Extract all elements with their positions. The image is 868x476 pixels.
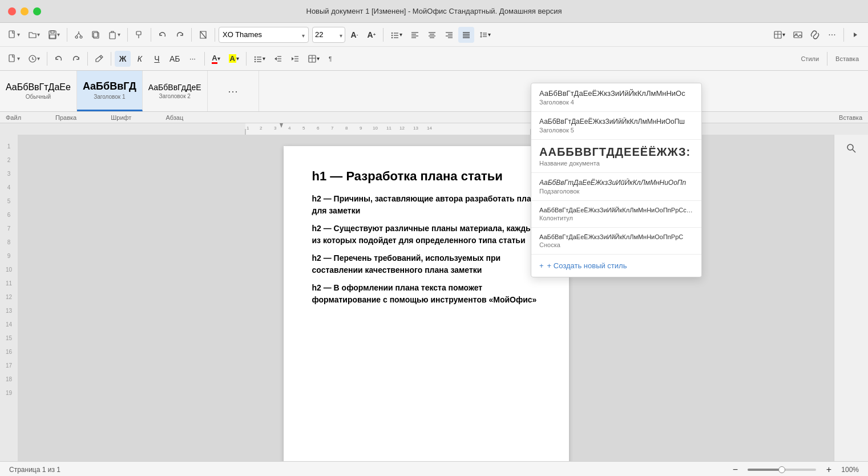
toolbar-row1: ▾ ▾ ▾ ▾ XO Thames 22 xyxy=(0,23,868,47)
statusbar: Страница 1 из 1 − + 100% xyxy=(0,461,868,476)
underline-button[interactable]: Ч xyxy=(149,51,165,67)
document-line-2[interactable]: h2 — Перечень требований, используемых п… xyxy=(312,252,540,276)
file-open-button[interactable]: ▾ xyxy=(25,27,43,43)
insert-table-button[interactable]: ▾ xyxy=(770,27,789,43)
svg-line-43 xyxy=(100,57,102,58)
document-line-3[interactable]: h2 — В оформлении плана текста поможет ф… xyxy=(312,282,540,306)
document-line-1[interactable]: h2 — Существуют различные планы материал… xyxy=(312,223,540,247)
insert-image-button[interactable] xyxy=(790,27,806,43)
insert-section-label: Вставка xyxy=(831,55,863,62)
file-save-button[interactable]: ▾ xyxy=(45,27,63,43)
cut-button[interactable] xyxy=(71,27,87,43)
label-insert-r: Вставка xyxy=(839,114,862,121)
zoom-increase-button[interactable]: + xyxy=(821,462,837,477)
line-spacing-button[interactable]: ▾ xyxy=(475,27,494,43)
style-more-button[interactable]: ⋯ xyxy=(208,71,259,111)
font-increase-button[interactable]: A+ xyxy=(364,27,380,43)
style-panel-docname-label: Название документа xyxy=(539,160,693,167)
font-color-button[interactable]: A ▾ xyxy=(208,51,224,67)
insert-more-button[interactable]: ··· xyxy=(824,27,840,43)
style-panel-subheading[interactable]: АаБбВвГтДаЕеЁЖкзЗиИйЙкКлЛмМнНиОоПп Подза… xyxy=(531,173,701,201)
italic-button[interactable]: К xyxy=(132,51,148,67)
zoom-value: 100% xyxy=(841,466,859,474)
separator3 xyxy=(151,28,151,42)
zoom-handle[interactable] xyxy=(778,466,785,473)
align-left-button[interactable] xyxy=(407,27,423,43)
sep-r2-right xyxy=(827,52,827,66)
align-right-button[interactable] xyxy=(441,27,457,43)
style-normal[interactable]: АаБбВвГтДаЕе Обычный xyxy=(0,71,77,111)
svg-rect-9 xyxy=(136,31,141,35)
svg-rect-0 xyxy=(9,31,14,38)
style-panel-heading5-label: Заголовок 5 xyxy=(539,127,693,134)
window-controls[interactable] xyxy=(8,7,41,15)
align-justify-button[interactable] xyxy=(458,27,474,43)
copy-button[interactable] xyxy=(88,27,104,43)
redo-button[interactable] xyxy=(172,27,188,43)
svg-text:¶: ¶ xyxy=(329,56,332,62)
style-panel-snoska-preview: АаБбВвГтДаЕеЁЖкзЗиИйЙкКлЛмМнНиОоПпРрС xyxy=(539,233,693,240)
clear2-button[interactable] xyxy=(91,51,107,67)
zoom-controls[interactable]: − + 100% xyxy=(727,462,859,477)
svg-text:1: 1 xyxy=(247,126,249,131)
svg-text:5: 5 xyxy=(302,126,305,131)
format-paint-button[interactable] xyxy=(131,27,147,43)
quick-access2[interactable]: ▾ xyxy=(25,51,43,67)
undo2-button[interactable] xyxy=(51,51,67,67)
document-h1[interactable]: h1 — Разработка плана статьи xyxy=(312,169,540,184)
font-name-selector[interactable]: XO Thames xyxy=(219,27,309,43)
undo-button[interactable] xyxy=(155,27,171,43)
bold-button[interactable]: Ж xyxy=(115,51,131,67)
clear-format-button[interactable] xyxy=(195,27,211,43)
paste-button[interactable]: ▾ xyxy=(105,27,124,43)
search-sidebar-button[interactable] xyxy=(843,140,860,156)
line-10: 10 xyxy=(6,263,12,276)
show-marks-button[interactable]: ¶ xyxy=(324,51,340,67)
svg-point-12 xyxy=(391,37,393,38)
document-area[interactable]: h1 — Разработка плана статьи h2 — Причин… xyxy=(18,135,834,461)
svg-text:9: 9 xyxy=(360,126,362,131)
zoom-decrease-button[interactable]: − xyxy=(727,462,743,477)
main-content-area: 1 2 3 4 5 6 7 8 9 10 11 12 13 14 15 16 1… xyxy=(0,135,868,461)
style-heading1[interactable]: АаБбВвГД Заголовок 1 xyxy=(77,71,143,111)
file-new-button[interactable]: ▾ xyxy=(5,27,23,43)
style-heading2[interactable]: АаБбВвГдДеЕ Заголовок 2 xyxy=(143,71,208,111)
style-panel-subheading-label: Подзаголовок xyxy=(539,188,693,195)
style-panel-kolontitul-label: Колонтитул xyxy=(539,215,693,221)
highlight-more-button[interactable]: ··· xyxy=(185,51,201,67)
bullet-list-button[interactable]: ▾ xyxy=(387,27,406,43)
document-line-0[interactable]: h2 — Причины, заставляющие автора разраб… xyxy=(312,193,540,217)
insert-panel-collapse[interactable] xyxy=(847,27,863,43)
indent-increase-button[interactable] xyxy=(287,51,303,67)
style-panel-kolontitul[interactable]: АаБбВвГтДаЕеЁЖкзЗиИйЙкКлЛмМнНиОоПпРрСсТт… xyxy=(531,201,701,228)
list2-button[interactable]: ▾ xyxy=(250,51,269,67)
table-insert2-button[interactable]: ▾ xyxy=(304,51,323,67)
document-page[interactable]: h1 — Разработка плана статьи h2 — Причин… xyxy=(284,146,569,461)
insert-link-button[interactable] xyxy=(807,27,823,43)
style-panel-snoska[interactable]: АаБбВвГтДаЕеЁЖкзЗиИйЙкКлЛмМнНиОоПпРрС Сн… xyxy=(531,228,701,255)
create-style-button[interactable]: + + Создать новый стиль xyxy=(531,255,701,277)
svg-point-45 xyxy=(255,58,256,59)
close-button[interactable] xyxy=(8,7,16,15)
redo2-button[interactable] xyxy=(68,51,84,67)
styles-list: АаБбВвГтДаЕе Обычный АаБбВвГД Заголовок … xyxy=(0,71,868,111)
highlight-color-button[interactable]: A ▾ xyxy=(225,51,243,67)
align-center-button[interactable] xyxy=(424,27,440,43)
minimize-button[interactable] xyxy=(21,7,29,15)
font-decrease-button[interactable]: A- xyxy=(346,27,362,43)
styles-panel-scroll[interactable]: АаБбВвГтДаЕеЁЖкзЗиИйЙкКлЛмМнНиОс Заголов… xyxy=(531,83,701,255)
indent-decrease-button[interactable] xyxy=(270,51,286,67)
strikethrough-button[interactable]: АБ xyxy=(166,51,184,67)
style-panel-heading4[interactable]: АаБбВвГтДаЕеЁЖкзЗиИйЙкКлЛмМнНиОс Заголов… xyxy=(531,83,701,112)
font-size-selector[interactable]: 22 xyxy=(312,27,345,43)
svg-point-4 xyxy=(75,36,78,38)
zoom-slider[interactable] xyxy=(748,469,816,471)
svg-text:11: 11 xyxy=(386,126,391,131)
titlebar: Новый документ 1 [Изменен] - МойОфис Ста… xyxy=(0,0,868,23)
svg-point-11 xyxy=(391,34,393,35)
line-5: 5 xyxy=(7,194,11,208)
style-panel-heading5[interactable]: АаБбВвГтДаЕеЁЖкзЗиИйЙкКлЛмМнНиОоПш Загол… xyxy=(531,112,701,140)
maximize-button[interactable] xyxy=(33,7,41,15)
style-panel-docname[interactable]: ААББВВГТДДЕЕЁЁЖЖЗ: Название документа xyxy=(531,140,701,173)
quick-access1[interactable]: ▾ xyxy=(5,51,23,67)
